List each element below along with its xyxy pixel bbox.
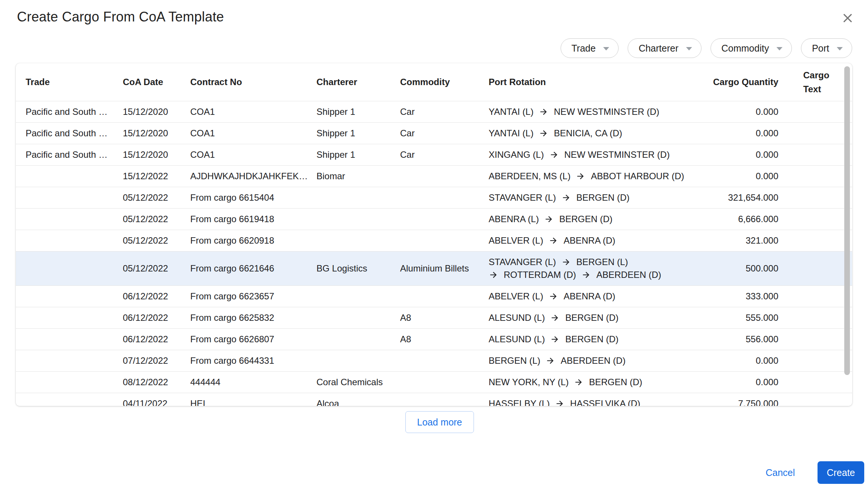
- cell-contract-no: COA1: [190, 149, 316, 160]
- cell-port-rotation: BERGEN (L)ABERDEEN (D): [489, 355, 712, 367]
- cancel-button[interactable]: Cancel: [760, 464, 800, 482]
- cell-contract-no: AJDHWKAJHDKJAHKFEK…: [190, 171, 316, 181]
- cell-cargo-quantity: 556.000: [712, 334, 778, 345]
- port-stop: BENICIA, CA (D): [539, 127, 622, 139]
- table-row[interactable]: Pacific and South …15/12/2020COA1Shipper…: [16, 101, 852, 122]
- table-row[interactable]: 05/12/2022From cargo 6621646BG Logistics…: [16, 251, 852, 285]
- cell-cargo-quantity: 0.000: [712, 128, 778, 139]
- port-stop: BERGEN (D): [544, 213, 612, 225]
- cell-port-rotation: NEW YORK, NY (L)BERGEN (D): [489, 376, 712, 388]
- port-stop: YANTAI (L): [489, 127, 533, 139]
- cell-port-rotation: ALESUND (L)BERGEN (D): [489, 312, 712, 324]
- table-row[interactable]: 08/12/2022444444Coral ChemicalsNEW YORK,…: [16, 371, 852, 393]
- footer-actions: Cancel Create: [760, 461, 864, 484]
- port-stop: ALESUND (L): [489, 333, 545, 345]
- filter-label: Port: [812, 43, 829, 54]
- arrow-forward-icon: [581, 270, 591, 280]
- cell-contract-no: From cargo 6620918: [190, 235, 316, 246]
- cell-commodity: Aluminium Billets: [400, 263, 489, 274]
- cell-contract-no: COA1: [190, 128, 316, 139]
- arrow-forward-icon: [546, 356, 555, 366]
- column-header-charterer: Charterer: [316, 77, 400, 87]
- table-row[interactable]: 06/12/2022From cargo 6623657ABELVER (L)A…: [16, 285, 852, 307]
- cell-port-rotation: ALESUND (L)BERGEN (D): [489, 333, 712, 345]
- cell-port-rotation: STAVANGER (L)BERGEN (D): [489, 192, 712, 204]
- table-row[interactable]: Pacific and South …15/12/2020COA1Shipper…: [16, 122, 852, 144]
- cell-coa-date: 05/12/2022: [123, 214, 190, 224]
- arrow-forward-icon: [561, 257, 571, 267]
- cell-cargo-quantity: 321,654.000: [712, 192, 778, 203]
- port-stop: YANTAI (L): [489, 106, 533, 118]
- column-header-commodity: Commodity: [400, 77, 489, 87]
- load-more-button[interactable]: Load more: [405, 411, 474, 433]
- arrow-forward-icon: [561, 193, 571, 203]
- filter-dropdown-commodity[interactable]: Commodity: [711, 38, 792, 58]
- arrow-forward-icon: [574, 377, 584, 387]
- arrow-forward-icon: [539, 107, 549, 117]
- table-row[interactable]: 05/12/2022From cargo 6615404STAVANGER (L…: [16, 187, 852, 208]
- vertical-scrollbar[interactable]: [844, 66, 850, 375]
- port-stop: ABELVER (L): [489, 235, 543, 247]
- cell-charterer: Shipper 1: [316, 107, 400, 117]
- column-header-contract-no: Contract No: [190, 77, 316, 87]
- chevron-down-icon: [837, 47, 843, 50]
- port-stop: BERGEN (D): [550, 333, 618, 345]
- cell-charterer: Shipper 1: [316, 128, 400, 139]
- table-row[interactable]: Pacific and South …15/12/2020COA1Shipper…: [16, 144, 852, 165]
- cell-coa-date: 15/12/2020: [123, 107, 190, 117]
- filter-label: Commodity: [721, 43, 769, 54]
- table-row[interactable]: 07/12/2022From cargo 6644331BERGEN (L)AB…: [16, 350, 852, 371]
- arrow-forward-icon: [549, 236, 558, 246]
- cell-commodity: A8: [400, 334, 489, 345]
- arrow-forward-icon: [549, 291, 558, 301]
- arrow-forward-icon: [544, 214, 554, 224]
- port-stop: BERGEN (L): [489, 355, 540, 367]
- cell-contract-no: From cargo 6623657: [190, 291, 316, 302]
- table-row[interactable]: 05/12/2022From cargo 6619418ABENRA (L)BE…: [16, 208, 852, 230]
- filter-dropdown-charterer[interactable]: Charterer: [628, 38, 701, 58]
- cell-cargo-quantity: 0.000: [712, 377, 778, 387]
- cell-trade: Pacific and South …: [26, 107, 123, 117]
- table-row[interactable]: 05/12/2022From cargo 6620918ABELVER (L)A…: [16, 230, 852, 251]
- cell-port-rotation: ABENRA (L)BERGEN (D): [489, 213, 712, 225]
- table-header: Trade CoA Date Contract No Charterer Com…: [16, 63, 852, 101]
- create-button[interactable]: Create: [818, 461, 864, 484]
- table-row[interactable]: 06/12/2022From cargo 6625832A8ALESUND (L…: [16, 307, 852, 328]
- cell-port-rotation: HASSELBY (L)HASSELVIKA (D): [489, 398, 712, 406]
- port-stop: ABBOT HARBOUR (D): [576, 170, 684, 182]
- cell-coa-date: 07/12/2022: [123, 355, 190, 366]
- cell-contract-no: HEI: [190, 398, 316, 406]
- table-row[interactable]: 06/12/2022From cargo 6626807A8ALESUND (L…: [16, 328, 852, 350]
- cell-coa-date: 15/12/2020: [123, 149, 190, 160]
- table-row[interactable]: 15/12/2022AJDHWKAJHDKJAHKFEK…BiomarABERD…: [16, 165, 852, 187]
- table-row[interactable]: 04/11/2022HEIAlcoaHASSELBY (L)HASSELVIKA…: [16, 393, 852, 406]
- filter-bar: Trade Charterer Commodity Port: [561, 38, 852, 58]
- cell-cargo-quantity: 0.000: [712, 355, 778, 366]
- arrow-forward-icon: [550, 313, 560, 323]
- filter-label: Trade: [572, 43, 596, 54]
- cell-cargo-quantity: 6,666.000: [712, 214, 778, 224]
- port-stop: HASSELVIKA (D): [555, 398, 640, 406]
- arrow-forward-icon: [539, 128, 549, 138]
- chevron-down-icon: [776, 47, 782, 50]
- column-header-cargo-text: Cargo Text: [778, 68, 835, 96]
- port-stop: BERGEN (D): [550, 312, 618, 324]
- cell-trade: Pacific and South …: [26, 149, 123, 160]
- filter-dropdown-port[interactable]: Port: [801, 38, 852, 58]
- cell-port-rotation: STAVANGER (L)BERGEN (L)ROTTERDAM (D)ABER…: [489, 256, 712, 281]
- cell-contract-no: From cargo 6619418: [190, 214, 316, 224]
- column-header-port-rotation: Port Rotation: [489, 77, 712, 87]
- arrow-forward-icon: [555, 399, 565, 406]
- port-stop: BERGEN (D): [561, 192, 630, 204]
- filter-dropdown-trade[interactable]: Trade: [561, 38, 619, 58]
- cell-contract-no: From cargo 6644331: [190, 355, 316, 366]
- arrow-forward-icon: [550, 334, 560, 344]
- close-icon[interactable]: [840, 11, 855, 26]
- cell-coa-date: 05/12/2022: [123, 263, 190, 274]
- cell-port-rotation: ABERDEEN, MS (L)ABBOT HARBOUR (D): [489, 170, 712, 182]
- page-title: Create Cargo From CoA Template: [17, 9, 224, 25]
- cell-cargo-quantity: 0.000: [712, 107, 778, 117]
- coa-template-table: Trade CoA Date Contract No Charterer Com…: [16, 63, 852, 406]
- cell-commodity: A8: [400, 313, 489, 323]
- cell-contract-no: COA1: [190, 107, 316, 117]
